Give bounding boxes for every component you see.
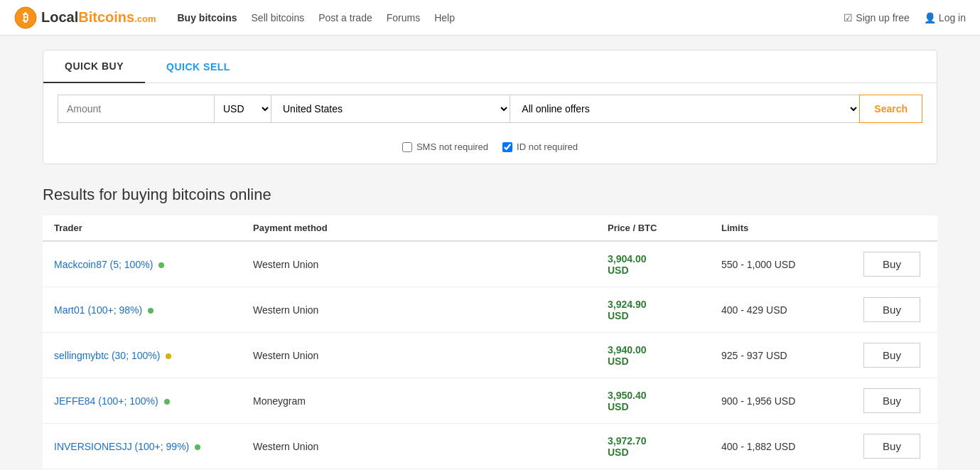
action-cell: Buy bbox=[852, 333, 937, 378]
trader-link[interactable]: INVERSIONESJJ (100+; 99%) bbox=[54, 441, 189, 452]
quick-tabs: QUICK BUY QUICK SELL bbox=[43, 50, 937, 83]
id-checkbox[interactable] bbox=[502, 142, 512, 152]
payment-cell: Western Union bbox=[242, 287, 596, 333]
table-row: INVERSIONESJJ (100+; 99%) Western Union … bbox=[43, 424, 937, 469]
trader-cell: Mackcoin87 (5; 100%) bbox=[43, 241, 242, 287]
user-icon: 👤 bbox=[924, 12, 936, 23]
country-select[interactable]: United States United Kingdom Canada Aust… bbox=[271, 95, 510, 123]
sms-checkbox[interactable] bbox=[402, 142, 412, 152]
logo-icon: ₿ bbox=[14, 6, 37, 29]
online-indicator bbox=[195, 444, 200, 450]
action-cell: Buy bbox=[852, 241, 937, 287]
table-row: Mackcoin87 (5; 100%) Western Union 3,904… bbox=[43, 241, 937, 287]
logo[interactable]: ₿ LocalBitcoins.com bbox=[14, 6, 156, 29]
buy-button[interactable]: Buy bbox=[863, 297, 920, 322]
online-indicator bbox=[166, 353, 171, 359]
main-content: QUICK BUY QUICK SELL USD EUR GBP BTC Uni… bbox=[0, 36, 980, 470]
search-button[interactable]: Search bbox=[859, 95, 922, 123]
buy-button[interactable]: Buy bbox=[863, 388, 920, 413]
col-action bbox=[852, 215, 937, 241]
trader-link[interactable]: JEFFE84 (100+; 100%) bbox=[54, 395, 158, 407]
svg-text:₿: ₿ bbox=[23, 11, 28, 23]
nav-sell-bitcoins[interactable]: Sell bitcoins bbox=[252, 12, 305, 23]
payment-cell: Western Union bbox=[242, 424, 596, 469]
col-limits: Limits bbox=[710, 215, 852, 241]
results-table: Trader Payment method Price / BTC Limits… bbox=[43, 215, 937, 470]
table-row: sellingmybtc (30; 100%) Western Union 3,… bbox=[43, 333, 937, 378]
sms-filter[interactable]: SMS not required bbox=[402, 141, 488, 152]
trader-cell: JEFFE84 (100+; 100%) bbox=[43, 378, 242, 424]
limits-cell: 400 - 429 USD bbox=[710, 287, 852, 333]
nav-right: ☑ Sign up free 👤 Log in bbox=[844, 12, 966, 23]
quick-box: QUICK BUY QUICK SELL USD EUR GBP BTC Uni… bbox=[43, 50, 937, 164]
price-cell: 3,940.00USD bbox=[596, 333, 710, 378]
nav-forums[interactable]: Forums bbox=[387, 12, 420, 23]
amount-input[interactable] bbox=[58, 95, 214, 123]
col-payment: Payment method bbox=[242, 215, 596, 241]
search-row: USD EUR GBP BTC United States United Kin… bbox=[43, 83, 937, 134]
table-row: Mart01 (100+; 98%) Western Union 3,924.9… bbox=[43, 287, 937, 333]
nav-help[interactable]: Help bbox=[434, 12, 455, 23]
price-cell: 3,924.90USD bbox=[596, 287, 710, 333]
trader-link[interactable]: Mart01 (100+; 98%) bbox=[54, 304, 142, 316]
trader-link[interactable]: Mackcoin87 (5; 100%) bbox=[54, 259, 153, 270]
nav-buy-bitcoins[interactable]: Buy bitcoins bbox=[178, 12, 237, 23]
table-row: JEFFE84 (100+; 100%) Moneygram 3,950.40U… bbox=[43, 378, 937, 424]
trader-cell: Mart01 (100+; 98%) bbox=[43, 287, 242, 333]
sign-up-link[interactable]: ☑ Sign up free bbox=[844, 12, 910, 23]
buy-button[interactable]: Buy bbox=[863, 434, 920, 459]
limits-cell: 900 - 1,956 USD bbox=[710, 378, 852, 424]
nav-post-trade[interactable]: Post a trade bbox=[318, 12, 372, 23]
payment-cell: Moneygram bbox=[242, 378, 596, 424]
limits-cell: 925 - 937 USD bbox=[710, 333, 852, 378]
log-in-link[interactable]: 👤 Log in bbox=[924, 12, 966, 23]
online-indicator bbox=[164, 399, 170, 405]
tab-quick-buy[interactable]: QUICK BUY bbox=[43, 50, 145, 83]
currency-select[interactable]: USD EUR GBP BTC bbox=[214, 95, 271, 123]
trader-link[interactable]: sellingmybtc (30; 100%) bbox=[54, 350, 160, 361]
nav-links: Buy bitcoins Sell bitcoins Post a trade … bbox=[178, 12, 844, 23]
action-cell: Buy bbox=[852, 424, 937, 469]
action-cell: Buy bbox=[852, 378, 937, 424]
price-cell: 3,950.40USD bbox=[596, 378, 710, 424]
buy-button[interactable]: Buy bbox=[863, 252, 920, 277]
online-indicator bbox=[148, 308, 154, 314]
results-title: Results for buying bitcoins online bbox=[43, 186, 937, 204]
check-icon: ☑ bbox=[844, 12, 853, 23]
buy-button[interactable]: Buy bbox=[863, 343, 920, 368]
online-indicator bbox=[158, 262, 164, 268]
payment-cell: Western Union bbox=[242, 241, 596, 287]
filter-row: SMS not required ID not required bbox=[43, 134, 937, 164]
action-cell: Buy bbox=[852, 287, 937, 333]
price-cell: 3,904.00USD bbox=[596, 241, 710, 287]
col-price: Price / BTC bbox=[596, 215, 710, 241]
tab-quick-sell[interactable]: QUICK SELL bbox=[145, 50, 252, 82]
table-header: Trader Payment method Price / BTC Limits bbox=[43, 215, 937, 241]
limits-cell: 550 - 1,000 USD bbox=[710, 241, 852, 287]
col-trader: Trader bbox=[43, 215, 242, 241]
payment-cell: Western Union bbox=[242, 333, 596, 378]
price-cell: 3,972.70USD bbox=[596, 424, 710, 469]
offers-select[interactable]: All online offers Western Union Moneygra… bbox=[510, 95, 859, 123]
trader-cell: sellingmybtc (30; 100%) bbox=[43, 333, 242, 378]
limits-cell: 400 - 1,882 USD bbox=[710, 424, 852, 469]
trader-cell: INVERSIONESJJ (100+; 99%) bbox=[43, 424, 242, 469]
navbar: ₿ LocalBitcoins.com Buy bitcoins Sell bi… bbox=[0, 0, 980, 36]
id-filter[interactable]: ID not required bbox=[502, 141, 578, 152]
